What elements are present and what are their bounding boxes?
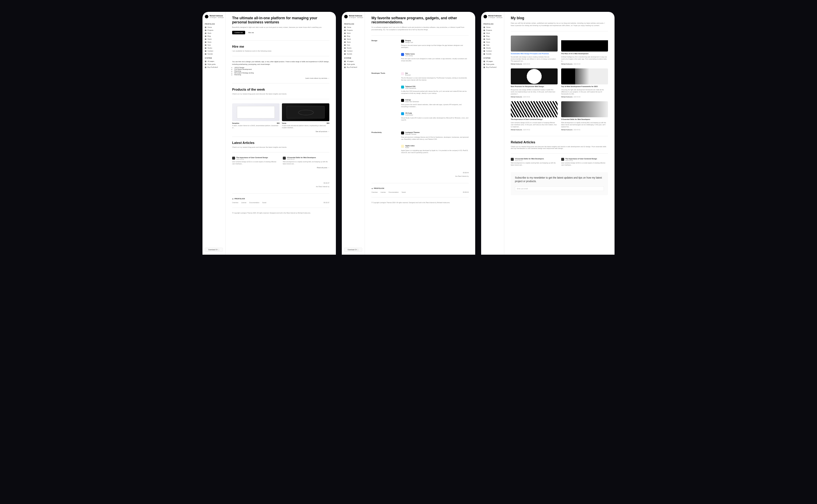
- nav-list: HomeProjectsWorkBlogStackStoreNowStudioC…: [205, 26, 223, 55]
- nav-item[interactable]: Studio: [483, 46, 502, 49]
- nav-item[interactable]: Style guide: [344, 63, 362, 66]
- hire-desc: You can hire me to design your website, …: [232, 60, 329, 65]
- nav-icon: [483, 64, 485, 65]
- nav-item[interactable]: Stack: [483, 38, 502, 41]
- nav-item[interactable]: Style guide: [205, 63, 223, 66]
- main-stack: My favorite software programs, gadgets, …: [365, 12, 475, 255]
- blog-card[interactable]: Sustainable Web Design Principles and Pr…: [511, 36, 557, 65]
- nav-item[interactable]: Store: [344, 41, 362, 44]
- nav-icon: [483, 67, 485, 68]
- nav-item[interactable]: Studio: [205, 46, 223, 49]
- nav-item[interactable]: Work: [344, 32, 362, 35]
- nav-item[interactable]: Home: [205, 26, 223, 29]
- contact-button[interactable]: Contact me: [232, 31, 245, 34]
- nav-item[interactable]: Contact: [205, 49, 223, 52]
- nav-item[interactable]: Buy ProFolioX: [344, 66, 362, 69]
- hire-button[interactable]: Hire me: [246, 31, 256, 34]
- learn-more-link[interactable]: Learn more about my services →: [232, 77, 329, 79]
- stack-item[interactable]: AstrojsStatic Site GeneratorAstro powers…: [401, 99, 469, 108]
- nav-icon: [483, 38, 485, 40]
- nav-icon: [205, 61, 206, 62]
- nav-item[interactable]: Socials: [205, 52, 223, 55]
- nav-item[interactable]: Now: [205, 44, 223, 46]
- blog-image: [561, 36, 608, 52]
- nav-item[interactable]: Home: [483, 26, 502, 29]
- nav-item[interactable]: Now: [344, 44, 362, 46]
- nav-item[interactable]: All pages: [205, 60, 223, 63]
- nav-item[interactable]: All pages: [483, 60, 502, 63]
- all-products-link[interactable]: See all products →: [232, 131, 329, 132]
- nav-item[interactable]: Buy ProFolioX: [205, 66, 223, 69]
- product-card[interactable]: Vanta$99 A dark-mode educational platfor…: [282, 103, 329, 129]
- nav-item[interactable]: Blog: [205, 35, 223, 38]
- copyright: © Copyright Lexington Themes 2024. All r…: [232, 212, 329, 214]
- nav-item[interactable]: Studio: [344, 46, 362, 49]
- stack-item[interactable]: Lexingont ThemesWebsite ThemesFree and p…: [401, 131, 469, 141]
- articles-sub: Check out my newest blog posts and disco…: [232, 146, 329, 148]
- blog-card[interactable]: Best Practices for Responsive Web Design…: [511, 68, 557, 98]
- related-card[interactable]: The Importance of User-Centered Design 2…: [561, 158, 608, 166]
- article-card[interactable]: 5 Essential Skills for Web Developers 20…: [283, 157, 329, 165]
- footer-link[interactable]: Overview: [371, 191, 378, 193]
- footer-link[interactable]: Documentation: [389, 191, 399, 193]
- stack-item[interactable]: PenpotDesign ToolPenpot is the web-based…: [401, 40, 469, 49]
- profile[interactable]: Michael Andreuzza UI Designer · Develope…: [344, 15, 362, 18]
- stack-category: DesignPenpotDesign ToolPenpot is the web…: [371, 40, 469, 66]
- related-card[interactable]: 5 Essential Skills for Web Developers 20…: [511, 158, 557, 166]
- product-card[interactable]: Semplice$99 A clean, modern theme for a …: [232, 103, 280, 129]
- nav-item[interactable]: Style guide: [483, 63, 502, 66]
- stack-item[interactable]: Tailwind CSSCSS FrameworkA utility-first…: [401, 86, 469, 95]
- nav-icon: [344, 30, 346, 31]
- download-cv-button[interactable]: Download CV ⬚: [344, 248, 362, 252]
- nav-item[interactable]: Blog: [344, 35, 362, 38]
- location-text: the Åland Islands by: [455, 175, 469, 177]
- nav-item[interactable]: Store: [483, 41, 502, 44]
- nav-item[interactable]: Projects: [344, 29, 362, 32]
- footer-link[interactable]: Documentation: [249, 202, 260, 203]
- profile-role: UI Designer · Developer: [210, 17, 224, 18]
- nav-item[interactable]: Socials: [483, 52, 502, 55]
- nav-item[interactable]: Stack: [205, 38, 223, 41]
- stack-item[interactable]: Tabler IconsIcon LibraryFree and open so…: [401, 53, 469, 62]
- download-cv-button[interactable]: Download CV ⬚: [205, 248, 223, 252]
- nav-item[interactable]: Contact: [483, 49, 502, 52]
- brand-label: PROFOLIOX: [205, 23, 223, 25]
- nav-item[interactable]: Home: [344, 26, 362, 29]
- nav-item[interactable]: Socials: [344, 52, 362, 55]
- stack-category: ProductivityLexingont ThemesWebsite Them…: [371, 131, 469, 158]
- nav-item[interactable]: Projects: [205, 29, 223, 32]
- blog-card[interactable]: The Importance of User-Centered DesignUs…: [511, 101, 557, 131]
- nav-item[interactable]: Projects: [483, 29, 502, 32]
- profile[interactable]: Michael Andreuzza UI Designer · Develope…: [205, 15, 223, 18]
- nav-icon: [344, 61, 346, 62]
- nav-item[interactable]: Store: [205, 41, 223, 44]
- nav-item[interactable]: Now: [483, 44, 502, 46]
- page-desc: Here you will find all articles written,…: [511, 22, 608, 27]
- nav-item[interactable]: Stack: [344, 38, 362, 41]
- blog-card[interactable]: The Rise of AI in Web DevelopmentArtific…: [561, 36, 608, 65]
- nav-icon: [483, 36, 485, 37]
- stack-item[interactable]: ArcBrowserThe Arc Browser is a new web b…: [401, 72, 469, 81]
- nav-item[interactable]: Work: [483, 32, 502, 35]
- nav-item[interactable]: Work: [205, 32, 223, 35]
- footer-link[interactable]: Overview: [232, 202, 238, 203]
- blog-card[interactable]: Top 10 Web Development Frameworks for 20…: [561, 68, 608, 98]
- stack-item[interactable]: Apple notesNotesApple Notes is a notetak…: [401, 145, 469, 154]
- article-thumb: [283, 157, 286, 160]
- nav-item[interactable]: Buy ProFolioX: [483, 66, 502, 69]
- stack-item[interactable]: VS CodeCode EditorVisual Studio Code (VS…: [401, 112, 469, 121]
- nav-icon: [205, 64, 206, 65]
- nav-item[interactable]: All pages: [344, 60, 362, 63]
- footer-link[interactable]: Social: [402, 191, 406, 193]
- footer-link[interactable]: Social: [262, 202, 267, 203]
- footer-link[interactable]: License: [381, 191, 386, 193]
- email-input[interactable]: Enter your email: [515, 186, 604, 191]
- blog-card[interactable]: 5 Essential Skills for Web DevelopersWeb…: [561, 101, 608, 131]
- nav-item[interactable]: Blog: [483, 35, 502, 38]
- footer-link[interactable]: License: [241, 202, 246, 203]
- nav-item[interactable]: Contact: [344, 49, 362, 52]
- main-blog: My blog Here you will find all articles …: [504, 12, 615, 255]
- article-card[interactable]: The Importance of User-Centered Design 2…: [232, 157, 279, 165]
- nav-icon: [344, 50, 346, 52]
- profile[interactable]: Michael Andreuzza UI Designer · Develope…: [483, 15, 502, 18]
